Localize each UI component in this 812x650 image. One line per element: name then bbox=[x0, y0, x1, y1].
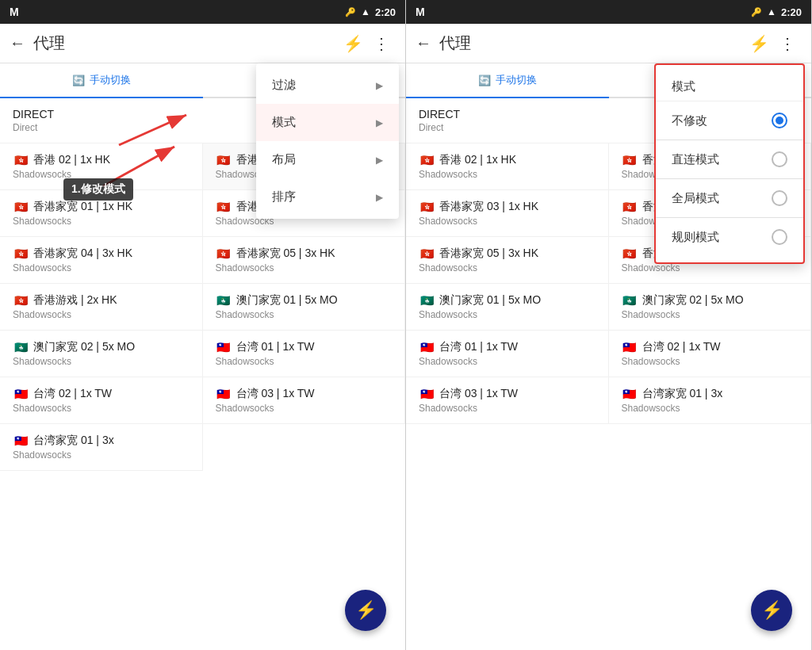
back-button-right[interactable]: ← bbox=[416, 34, 431, 52]
tab-manual-right[interactable]: 🔄 手动切换 bbox=[406, 63, 609, 98]
list-item[interactable]: 🇹🇼 台湾 02 | 1x TW Shadowsocks bbox=[609, 331, 812, 377]
page-title-left: 代理 bbox=[33, 32, 339, 54]
item-title: 澳门家宽 01 | 5x MO bbox=[439, 293, 541, 308]
item-title: 台湾家宽 01 | 3x bbox=[33, 434, 114, 448]
item-title: 台湾 03 | 1x TW bbox=[439, 387, 518, 401]
item-sub: Shadowsocks bbox=[216, 309, 393, 320]
top-bar-right: ← 代理 ⚡ ⋮ bbox=[406, 24, 811, 63]
mode-label-no-change: 不修改 bbox=[672, 113, 707, 128]
item-sub: Shadowsocks bbox=[622, 309, 799, 320]
menu-item-filter[interactable]: 过滤 ▶ bbox=[256, 67, 399, 104]
top-bar-left: ← 代理 ⚡ ⋮ bbox=[0, 24, 405, 63]
status-bar-right: M 🔑 ▲ 2:20 bbox=[406, 0, 811, 24]
item-title: 台湾家宽 01 | 3x bbox=[642, 387, 723, 401]
more-button-right[interactable]: ⋮ bbox=[773, 29, 802, 58]
flag-icon: 🇭🇰 bbox=[13, 295, 29, 306]
flag-icon: 🇹🇼 bbox=[419, 388, 435, 400]
back-button-left[interactable]: ← bbox=[10, 34, 25, 52]
list-item[interactable]: 🇭🇰 香港家宽 05 | 3x HK Shadowsocks bbox=[203, 237, 406, 284]
flag-icon: 🇹🇼 bbox=[622, 342, 638, 353]
menu-item-sort[interactable]: 排序 ▶ bbox=[256, 178, 399, 216]
fab-button-right[interactable]: ⚡ bbox=[751, 590, 792, 631]
tab-manual-label-right: 手动切换 bbox=[496, 73, 537, 87]
menu-item-mode[interactable]: 模式 ▶ bbox=[256, 104, 399, 141]
flag-icon: 🇭🇰 bbox=[216, 248, 232, 259]
more-icon-left: ⋮ bbox=[373, 34, 389, 53]
list-item[interactable]: 🇭🇰 香港游戏 | 2x HK Shadowsocks bbox=[0, 284, 203, 331]
list-item[interactable]: 🇹🇼 台湾 03 | 1x TW Shadowsocks bbox=[406, 377, 609, 424]
mode-option-global[interactable]: 全局模式 bbox=[656, 179, 803, 217]
flag-icon: 🇭🇰 bbox=[419, 201, 435, 212]
list-item[interactable]: 🇹🇼 台湾 02 | 1x TW Shadowsocks bbox=[0, 377, 203, 424]
flag-icon: 🇭🇰 bbox=[622, 155, 638, 166]
tab-manual-left[interactable]: 🔄 手动切换 bbox=[0, 63, 203, 98]
list-item[interactable]: 🇹🇼 台湾 01 | 1x TW Shadowsocks bbox=[406, 331, 609, 377]
radio-selected[interactable] bbox=[772, 113, 787, 128]
flag-icon: 🇲🇴 bbox=[622, 295, 638, 306]
mode-label-global: 全局模式 bbox=[672, 191, 719, 206]
list-item[interactable]: 🇹🇼 台湾 01 | 1x TW Shadowsocks bbox=[203, 331, 406, 377]
item-sub: Shadowsocks bbox=[13, 449, 190, 461]
list-item[interactable]: 🇹🇼 台湾家宽 01 | 3x Shadowsocks bbox=[609, 377, 812, 424]
list-item[interactable]: 🇭🇰 香港家宽 05 | 3x HK Shadowsocks bbox=[406, 237, 609, 284]
fab-button-left[interactable]: ⚡ bbox=[345, 590, 386, 631]
fab-icon-right: ⚡ bbox=[761, 600, 783, 621]
menu-arrow-icon: ▶ bbox=[376, 155, 383, 166]
flag-icon: 🇭🇰 bbox=[13, 248, 29, 259]
menu-arrow-icon: ▶ bbox=[376, 117, 383, 128]
mode-option-rule[interactable]: 规则模式 bbox=[656, 218, 803, 256]
item-title: 台湾 02 | 1x TW bbox=[642, 340, 721, 354]
list-item[interactable]: 🇭🇰 香港 02 | 1x HK Shadowsocks bbox=[406, 143, 609, 190]
item-title: 台湾 02 | 1x TW bbox=[33, 387, 112, 401]
menu-arrow-icon: ▶ bbox=[376, 192, 383, 203]
flash-icon-left: ⚡ bbox=[343, 34, 363, 53]
item-title: 澳门家宽 02 | 5x MO bbox=[33, 340, 135, 354]
flag-icon: 🇹🇼 bbox=[13, 388, 29, 400]
radio-empty[interactable] bbox=[772, 190, 787, 206]
item-title: 香港家宽 01 | 1x HK bbox=[33, 200, 132, 214]
right-panel: M 🔑 ▲ 2:20 ← 代理 ⚡ ⋮ 🔄 手动切换 🔍 GOOGLE DIR bbox=[406, 0, 812, 650]
status-right: 🔑 ▲ 2:20 bbox=[345, 6, 396, 18]
wifi-icon: ▲ bbox=[361, 6, 370, 17]
item-sub: Shadowsocks bbox=[622, 356, 799, 367]
list-item[interactable]: 🇲🇴 澳门家宽 01 | 5x MO Shadowsocks bbox=[406, 284, 609, 331]
item-title: 香港家宽 03 | 1x HK bbox=[439, 200, 538, 214]
status-left: M bbox=[10, 6, 19, 18]
menu-item-layout[interactable]: 布局 ▶ bbox=[256, 141, 399, 178]
list-item[interactable]: 🇲🇴 澳门家宽 02 | 5x MO Shadowsocks bbox=[0, 331, 203, 377]
time-right: 2:20 bbox=[781, 6, 802, 18]
key-icon-right: 🔑 bbox=[751, 7, 762, 17]
flag-icon: 🇲🇴 bbox=[13, 342, 29, 353]
time-left: 2:20 bbox=[375, 6, 396, 18]
status-bar-left: M 🔑 ▲ 2:20 bbox=[0, 0, 405, 24]
tab-manual-icon-left: 🔄 bbox=[72, 75, 85, 86]
item-title: 澳门家宽 02 | 5x MO bbox=[642, 293, 744, 308]
mode-panel-title: 模式 bbox=[656, 71, 803, 101]
flash-button-right[interactable]: ⚡ bbox=[745, 29, 773, 58]
list-item[interactable]: 🇹🇼 台湾 03 | 1x TW Shadowsocks bbox=[203, 377, 406, 424]
list-item[interactable]: 🇹🇼 台湾家宽 01 | 3x Shadowsocks bbox=[0, 424, 203, 471]
m-icon: M bbox=[10, 6, 19, 18]
key-icon: 🔑 bbox=[345, 7, 356, 17]
radio-empty[interactable] bbox=[772, 229, 787, 245]
flag-icon: 🇭🇰 bbox=[216, 155, 232, 166]
item-sub: Shadowsocks bbox=[13, 216, 190, 227]
item-sub: Shadowsocks bbox=[419, 169, 596, 180]
radio-empty[interactable] bbox=[772, 151, 787, 167]
flag-icon: 🇹🇼 bbox=[622, 388, 638, 400]
list-item[interactable]: 🇲🇴 澳门家宽 01 | 5x MO Shadowsocks bbox=[203, 284, 406, 331]
status-left-right: M bbox=[416, 6, 425, 18]
list-item[interactable]: 🇭🇰 香港家宽 03 | 1x HK Shadowsocks bbox=[406, 190, 609, 237]
list-item[interactable]: 🇲🇴 澳门家宽 02 | 5x MO Shadowsocks bbox=[609, 284, 812, 331]
flag-icon: 🇹🇼 bbox=[216, 388, 232, 400]
more-button-left[interactable]: ⋮ bbox=[367, 29, 396, 58]
wifi-icon-right: ▲ bbox=[767, 6, 776, 17]
item-sub: Shadowsocks bbox=[216, 403, 393, 414]
mode-option-no-change[interactable]: 不修改 bbox=[656, 101, 803, 140]
item-sub: Shadowsocks bbox=[419, 309, 596, 320]
mode-option-direct[interactable]: 直连模式 bbox=[656, 140, 803, 178]
list-item[interactable]: 🇭🇰 香港家宽 04 | 3x HK Shadowsocks bbox=[0, 237, 203, 284]
tab-manual-icon-right: 🔄 bbox=[478, 75, 491, 86]
item-title: 香港 02 | 1x HK bbox=[33, 153, 110, 167]
flash-button-left[interactable]: ⚡ bbox=[339, 29, 367, 58]
